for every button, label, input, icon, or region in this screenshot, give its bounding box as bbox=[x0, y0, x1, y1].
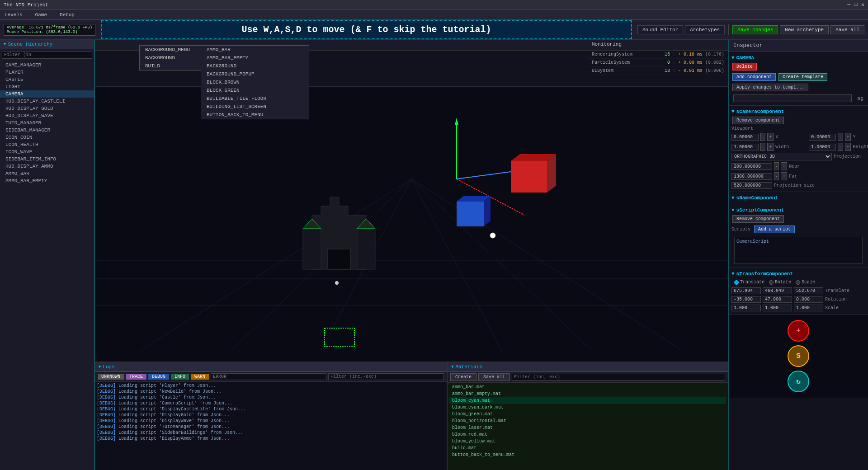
mat-item-10[interactable]: button_back_to_menu.mat bbox=[449, 451, 726, 458]
archetype-item-3[interactable]: BACKGROUND_POPUP bbox=[201, 70, 309, 78]
scale-radio[interactable] bbox=[796, 280, 800, 285]
mat-item-4[interactable]: bloom_green.mat bbox=[449, 411, 726, 418]
far-dec[interactable]: - bbox=[774, 172, 779, 180]
add-gizmo-button[interactable]: + bbox=[788, 320, 809, 342]
hierarchy-item-light[interactable]: LIGHT bbox=[0, 83, 94, 90]
viewport-h-dec[interactable]: - bbox=[838, 143, 843, 151]
save-all-materials-button[interactable]: Save all bbox=[478, 373, 510, 381]
translate-radio[interactable] bbox=[734, 280, 739, 285]
mat-item-5[interactable]: bloom_horizontal.mat bbox=[449, 418, 726, 424]
materials-collapse-icon[interactable]: ▼ bbox=[451, 365, 453, 369]
projection-select[interactable]: ORTHOGRAPHIC_3D bbox=[731, 153, 832, 160]
scale-gizmo-button[interactable]: S bbox=[788, 345, 809, 367]
new-archetype-button[interactable]: New archetype bbox=[780, 25, 829, 34]
scale-y-input[interactable] bbox=[763, 305, 792, 311]
materials-filter[interactable] bbox=[512, 374, 725, 381]
save-all-button[interactable]: Save all bbox=[830, 25, 864, 34]
translate-x-input[interactable] bbox=[731, 287, 761, 294]
mode-scale[interactable]: Scale bbox=[796, 280, 815, 285]
viewport-y-input[interactable] bbox=[809, 134, 836, 141]
collapse-icon[interactable]: ▼ bbox=[4, 42, 6, 47]
viewport-w-input[interactable] bbox=[731, 144, 759, 150]
archetype-item-1[interactable]: AMMO_BAR_EMPTY bbox=[201, 54, 309, 62]
viewport[interactable] bbox=[95, 87, 728, 362]
hierarchy-item-tuto[interactable]: TUTO_MANAGER bbox=[0, 119, 94, 127]
hierarchy-item-ammo-bar[interactable]: AMMO_BAR bbox=[0, 170, 94, 177]
mat-item-3[interactable]: bloom_cyan_dark.mat bbox=[449, 404, 726, 411]
translate-y-input[interactable] bbox=[763, 287, 792, 294]
viewport-y-inc[interactable]: + bbox=[845, 133, 851, 141]
remove-script-component-button[interactable]: Remove component bbox=[732, 215, 784, 223]
hierarchy-item-hud-castle[interactable]: HUD_DISPLAY_CASTLELI bbox=[0, 98, 94, 105]
rotation-x-input[interactable] bbox=[731, 296, 761, 303]
rotation-z-input[interactable] bbox=[794, 296, 823, 303]
window-controls[interactable]: ─ □ ✕ bbox=[847, 1, 864, 8]
hierarchy-item-hud-wave[interactable]: HUD_DISPLAY_WAVE bbox=[0, 112, 94, 119]
archetype-item-0[interactable]: AMMO_BAR bbox=[201, 46, 309, 54]
archetypes-tab[interactable]: Archetypes bbox=[685, 25, 725, 34]
maximize-button[interactable]: □ bbox=[854, 1, 858, 8]
add-component-button[interactable]: Add component bbox=[732, 73, 776, 81]
viewport-w-dec[interactable]: - bbox=[760, 143, 765, 151]
mat-item-7[interactable]: bloom_red.mat bbox=[449, 431, 726, 438]
create-material-button[interactable]: Create bbox=[450, 373, 476, 381]
translate-z-input[interactable] bbox=[794, 287, 823, 294]
collapse-icon-scamera[interactable]: ▼ bbox=[731, 109, 735, 114]
hierarchy-item-icon-wave[interactable]: ICON_WAVE bbox=[0, 148, 94, 155]
delete-button[interactable]: Delete bbox=[732, 63, 757, 70]
log-btn-info[interactable]: INFO bbox=[171, 374, 189, 380]
viewport-x-input[interactable] bbox=[731, 134, 759, 141]
mat-item-0[interactable]: ammo_bar.mat bbox=[449, 384, 726, 390]
scale-x-input[interactable] bbox=[731, 305, 761, 311]
viewport-x-dec[interactable]: - bbox=[760, 133, 765, 141]
hierarchy-item-hud-gold[interactable]: HUD_DISPLAY_GOLD bbox=[0, 105, 94, 112]
hierarchy-item-player[interactable]: PLAYER bbox=[0, 69, 94, 76]
logs-collapse-icon[interactable]: ▼ bbox=[99, 365, 101, 369]
viewport-y-dec[interactable]: - bbox=[838, 133, 843, 141]
archetype-item-2[interactable]: BACKGROUND bbox=[201, 62, 309, 70]
scale-z-input[interactable] bbox=[794, 305, 823, 311]
close-button[interactable]: ✕ bbox=[861, 1, 864, 8]
log-error-filter[interactable] bbox=[211, 373, 326, 380]
hierarchy-item-camera[interactable]: CAMERA bbox=[0, 90, 94, 98]
hierarchy-item-ammo-empty[interactable]: AMMO_BAR_EMPTY bbox=[0, 177, 94, 184]
log-btn-trace[interactable]: TRACE bbox=[126, 374, 146, 380]
archetype-item-5[interactable]: BLOCK_GREEN bbox=[201, 86, 309, 94]
collapse-icon-stransform[interactable]: ▼ bbox=[731, 271, 735, 277]
viewport-h-input[interactable] bbox=[809, 144, 836, 150]
move-gizmo-button[interactable]: ↻ bbox=[788, 371, 809, 392]
far-inc[interactable]: + bbox=[781, 172, 787, 180]
log-btn-warn[interactable]: WARN bbox=[191, 374, 209, 380]
sound-editor-tab[interactable]: Sound Editor bbox=[637, 25, 683, 34]
mat-item-2[interactable]: bloom_cyan.mat bbox=[449, 397, 726, 404]
archetype-item-6[interactable]: BUILDABLE_TILE_FLOOR bbox=[201, 94, 309, 103]
menu-game[interactable]: Game bbox=[33, 11, 50, 19]
rotation-y-input[interactable] bbox=[763, 296, 792, 303]
hierarchy-item-sidebar-info[interactable]: SIDEBAR_ITEM_INFO bbox=[0, 155, 94, 163]
viewport-w-inc[interactable]: + bbox=[767, 143, 774, 151]
collapse-icon-sscript[interactable]: ▼ bbox=[731, 207, 735, 213]
mode-translate[interactable]: Translate bbox=[734, 280, 764, 285]
log-btn-unknown[interactable]: UNKNOWN bbox=[98, 374, 124, 380]
create-template-button[interactable]: Create template bbox=[778, 73, 827, 81]
mat-item-9[interactable]: build.mat bbox=[449, 445, 726, 451]
hierarchy-item-game-manager[interactable]: GAME_MANAGER bbox=[0, 61, 94, 69]
minimize-button[interactable]: ─ bbox=[847, 1, 850, 8]
archetype-item-8[interactable]: BUTTON_BACK_TO_MENU bbox=[201, 111, 309, 119]
near-input[interactable] bbox=[731, 163, 772, 170]
remove-camera-component-button[interactable]: Remove component bbox=[732, 117, 784, 124]
tag-input[interactable] bbox=[733, 94, 852, 102]
menu-debug[interactable]: Debug bbox=[57, 11, 77, 19]
mat-item-6[interactable]: bloom_laser.mat bbox=[449, 424, 726, 431]
rotate-radio[interactable] bbox=[769, 280, 774, 285]
near-inc[interactable]: + bbox=[781, 162, 787, 170]
scene-hierarchy-filter[interactable] bbox=[2, 51, 92, 59]
add-script-button[interactable]: Add a script bbox=[754, 226, 795, 233]
hierarchy-item-icon-health[interactable]: ICON_HEALTH bbox=[0, 141, 94, 148]
hierarchy-item-castle[interactable]: CASTLE bbox=[0, 76, 94, 83]
hierarchy-item-sidebar[interactable]: SIDEBAR_MANAGER bbox=[0, 127, 94, 134]
viewport-x-inc[interactable]: + bbox=[767, 133, 774, 141]
archetype-item-7[interactable]: BUILDING_LIST_SCREEN bbox=[201, 103, 309, 111]
apply-changes-button[interactable]: Apply changes to templ... bbox=[732, 84, 808, 91]
log-filter-input[interactable] bbox=[328, 373, 444, 380]
